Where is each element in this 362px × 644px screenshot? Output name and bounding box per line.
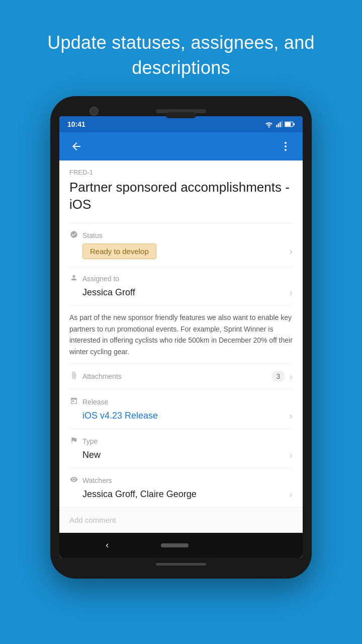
attachments-count: 3 <box>272 371 286 382</box>
phone-bottom-shell <box>59 558 303 570</box>
phone-screen: 10:41 <box>59 116 303 558</box>
dot-icon <box>285 145 287 147</box>
phone-shell: 10:41 <box>50 96 312 579</box>
phone-earpiece <box>166 112 196 118</box>
svg-rect-2 <box>280 122 281 127</box>
attachments-row[interactable]: Attachments 3 › <box>69 371 293 382</box>
description-text: As part of the new sponsor friendly feat… <box>69 305 293 363</box>
person-icon <box>69 274 78 284</box>
phone-bottom-nav: ‹ <box>59 533 303 558</box>
release-label: Release <box>82 398 108 406</box>
status-label: Status <box>82 231 103 239</box>
attachments-icon <box>69 371 78 381</box>
release-icon <box>69 397 78 407</box>
nav-back-button[interactable]: ‹ <box>106 540 109 550</box>
assigned-label: Assigned to <box>82 275 119 283</box>
watchers-value-row[interactable]: Jessica Groff, Claire George › <box>69 489 293 500</box>
type-icon <box>69 436 78 446</box>
page-header: Update statuses, assignees, and descript… <box>0 0 362 96</box>
release-section[interactable]: Release iOS v4.23 Release › <box>69 389 293 429</box>
status-section[interactable]: Status Ready to develop › <box>69 223 293 266</box>
svg-rect-6 <box>294 123 295 125</box>
status-value-row[interactable]: Ready to develop › <box>69 244 293 259</box>
battery-icon <box>285 121 295 127</box>
signal-icon <box>276 121 283 128</box>
watchers-section[interactable]: Watchers Jessica Groff, Claire George › <box>69 468 293 507</box>
release-value: iOS v4.23 Release <box>82 411 158 421</box>
paperclip-icon <box>70 371 78 379</box>
status-field-icon <box>70 230 78 238</box>
watchers-value: Jessica Groff, Claire George <box>82 489 197 500</box>
dot-icon <box>285 149 287 151</box>
attachments-right: 3 › <box>272 371 293 382</box>
assigned-value-row[interactable]: Jessica Groff › <box>69 287 293 298</box>
assigned-label-row: Assigned to <box>69 274 293 284</box>
dot-icon <box>285 142 287 144</box>
type-label-row: Type <box>69 436 293 446</box>
assignee-icon <box>70 274 78 282</box>
type-label: Type <box>82 437 98 445</box>
back-button[interactable] <box>67 137 85 155</box>
wifi-icon <box>264 121 274 128</box>
attachments-label-row: Attachments <box>69 371 122 381</box>
more-button[interactable] <box>277 137 295 155</box>
assignee-value: Jessica Groff <box>82 287 135 298</box>
svg-rect-3 <box>282 121 283 127</box>
nav-home-button[interactable] <box>161 543 189 547</box>
phone-camera <box>89 107 99 116</box>
watchers-label-row: Watchers <box>69 475 293 486</box>
type-value-row[interactable]: New › <box>69 449 293 461</box>
status-label-row: Status <box>69 230 293 240</box>
flag-icon <box>70 436 78 444</box>
svg-rect-5 <box>285 122 291 126</box>
status-chevron-icon: › <box>289 246 293 257</box>
status-bar: 10:41 <box>59 116 303 132</box>
watchers-chevron-icon: › <box>289 489 293 500</box>
calendar-icon <box>70 397 78 405</box>
release-label-row: Release <box>69 397 293 407</box>
comment-placeholder[interactable]: Add comment <box>69 516 116 524</box>
status-badge: Ready to develop <box>82 244 156 259</box>
phone-top <box>59 105 303 116</box>
home-indicator <box>156 563 206 566</box>
type-value: New <box>82 450 101 460</box>
issue-content: FRED-1 Partner sponsored accomplishments… <box>59 160 303 507</box>
watchers-label: Watchers <box>82 476 112 485</box>
issue-title: Partner sponsored accomplishments - iOS <box>69 179 293 213</box>
svg-rect-0 <box>276 125 277 127</box>
status-time: 10:41 <box>67 120 85 128</box>
app-bar <box>59 132 303 160</box>
status-icon <box>69 230 78 240</box>
attachments-chevron-icon: › <box>289 371 293 382</box>
page-title: Update statuses, assignees, and descript… <box>30 30 332 81</box>
type-chevron-icon: › <box>289 449 293 461</box>
release-chevron-icon: › <box>289 410 293 422</box>
status-icons <box>264 121 295 128</box>
watchers-icon <box>69 475 78 486</box>
issue-id: FRED-1 <box>69 169 293 176</box>
attachments-label: Attachments <box>82 372 122 380</box>
comment-area[interactable]: Add comment <box>59 507 303 533</box>
assigned-chevron-icon: › <box>289 287 293 298</box>
svg-rect-1 <box>278 123 279 127</box>
type-section[interactable]: Type New › <box>69 429 293 468</box>
back-arrow-icon <box>70 140 82 152</box>
attachments-section[interactable]: Attachments 3 › <box>69 363 293 389</box>
eye-icon <box>70 475 78 484</box>
assigned-to-section[interactable]: Assigned to Jessica Groff › <box>69 266 293 305</box>
release-value-row[interactable]: iOS v4.23 Release › <box>69 410 293 422</box>
